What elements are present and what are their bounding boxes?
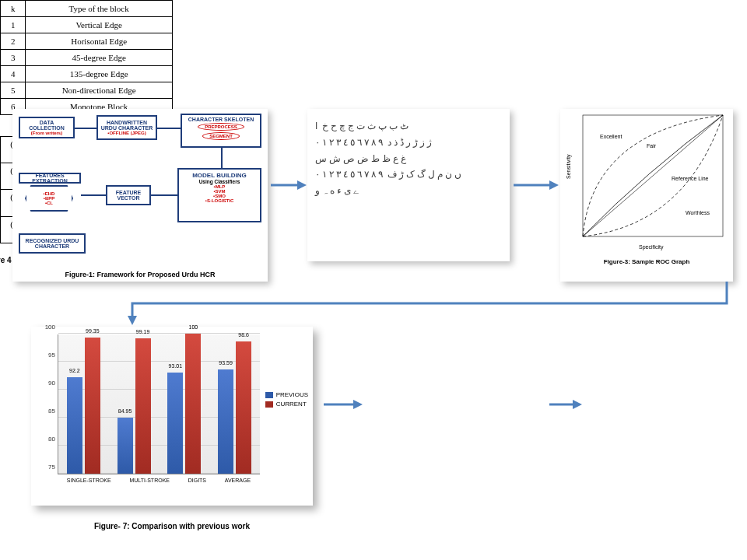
arrow-icon [221,148,223,168]
block-types-table: kType of the block 1Vertical Edge2Horiso… [0,0,173,115]
bar: 92.2 [67,377,82,474]
bar: 93.01 [167,373,183,474]
label: HANDWRITTEN URDU CHARACTER [100,120,154,131]
legend-prev: PREVIOUS [276,391,308,398]
chart-xtick: AVERAGE [225,478,251,483]
sublabel: Using Classifiers [199,179,240,184]
panel-bar-chart: 758085909510092.299.3584.9599.1993.01100… [31,327,313,506]
label: RECOGNIZED URDU CHARACTER [22,238,82,249]
roc-xlabel: Specificity [639,244,664,250]
cell-k: 3 [1,50,26,66]
bar-value-label: 93.59 [219,360,233,366]
arrow-icon [157,128,181,129]
chart-xtick: SINGLE-STROKE [67,478,111,483]
svg-marker-3 [297,180,307,190]
cell-type: Horisontal Edge [26,33,173,50]
box-recognized: RECOGNIZED URDU CHARACTER [19,233,86,254]
oval-preprocess: PREPROCESS [198,123,244,131]
hw-line: ٹ ب پ ث ت ج چ ح خ ا [315,120,502,133]
col-type: Type of the block [26,1,173,17]
chart-ytick: 80 [40,436,55,443]
connector-arrow-icon [128,280,735,327]
label: MODEL BUILDING [192,172,247,179]
svg-marker-8 [353,400,363,409]
bar-value-label: 93.01 [169,363,183,369]
label: DATA COLLECTION [22,120,72,131]
svg-marker-5 [549,180,559,190]
bar-value-label: 98.6 [238,332,249,338]
arrow-icon [81,194,106,196]
oval-segment: SEGMENT [202,132,240,140]
box-feature-vector: FEATURE VECTOR [106,185,151,205]
bar: 98.6 [236,341,251,474]
chart-ytick: 100 [40,324,55,331]
box-features-title: FEATURES EXTRACTION [19,173,81,184]
sublabel: (From writers) [31,131,62,135]
box-handwritten: HANDWRITTEN URDU CHARACTER •OFFLINE (JPE… [96,115,157,140]
bar: 84.95 [117,418,133,474]
chart-xlabels: SINGLE-STROKEMULTI-STROKEDIGITSAVERAGE [58,478,260,483]
bar: 93.59 [218,369,233,474]
connector-arrow-icon [322,397,363,412]
connector-arrow-icon [269,177,307,193]
bar: 99.35 [85,338,100,474]
bar-value-label: 99.35 [86,328,100,334]
chart-xtick: DIGITS [188,478,206,483]
label: FEATURE VECTOR [109,190,148,201]
label: CHARACTER SKELOTEN [188,117,254,122]
bar-value-label: 84.95 [118,408,132,414]
label: FEATURES EXTRACTION [22,173,78,184]
panel-handwriting: ٹ ب پ ث ت ج چ ح خ ا ژ ز ڑ ر ڈ ذ د ٩ ٨ ٧ … [307,109,510,261]
roc-label-worthless: Worthless [686,210,710,215]
box-model: MODEL BUILDING Using Classifiers •MLP •S… [177,168,261,222]
chart-ytick: 95 [40,352,55,359]
cell-type: Non-directional Edge [26,82,173,99]
flowchart-caption: Figure-1: Framework for Proposed Urdu HC… [12,271,268,278]
cell-type: 135-degree Edge [26,66,173,82]
roc-label-fair: Fair [647,143,657,149]
hw-line: ے ی ء ه ہ و [315,184,502,198]
arrow-icon [75,128,96,129]
cell-k: 1 [1,17,26,33]
bar-value-label: 100 [189,324,198,330]
panel-roc: Excellent Fair Reference Line Worthless … [560,109,733,282]
hw-line: ژ ز ڑ ر ڈ ذ د ٩ ٨ ٧ ٦ ٥ ٤ ٣ ٢ ١ ٠ [315,136,502,149]
bar: 99.19 [135,338,151,474]
connector-arrow-icon [548,397,582,412]
arrow-icon [151,194,177,196]
cell-k: 4 [1,66,26,82]
roc-label-excellent: Excellent [600,134,622,139]
box-skeleton: CHARACTER SKELOTEN PREPROCESS SEGMENT [181,114,261,148]
bullet: •CL [45,201,53,205]
cell-k: 2 [1,33,26,50]
hw-line: ں ن م ل گ ک ڑ ف ٩ ٨ ٧ ٦ ٥ ٤ ٣ ٢ ١ ٠ [315,168,502,181]
chart-plot-area: 758085909510092.299.3584.9599.1993.01100… [58,334,260,474]
hex-features: •EHD •BPP •CL [25,185,73,212]
cell-k: 5 [1,82,26,99]
roc-caption: Figure-3: Sample ROC Graph [560,255,733,270]
hw-line: غ ع ظ ط ض ص ش س [315,152,502,166]
sublabel: •OFFLINE (JPEG) [107,131,146,135]
bar-value-label: 99.19 [136,329,150,334]
col-k: k [1,1,26,17]
chart-caption: Figure- 7: Comparison with previous work [31,522,313,530]
bullet: •S-LOGISTIC [205,198,233,203]
chart-xtick: MULTI-STROKE [129,478,170,483]
connector-arrow-icon [512,177,559,193]
chart-ytick: 75 [40,464,55,471]
chart-ytick: 85 [40,408,55,415]
handwriting-lines: ٹ ب پ ث ت ج چ ح خ ا ژ ز ڑ ر ڈ ذ د ٩ ٨ ٧ … [307,109,510,208]
roc-plot: Excellent Fair Reference Line Worthless … [560,109,733,254]
legend-cur: CURRENT [276,401,307,408]
chart-ytick: 90 [40,380,55,387]
bar-value-label: 92.2 [69,368,80,373]
bar: 100 [185,334,201,474]
roc-label-reference: Reference Line [672,176,709,181]
svg-marker-6 [128,316,137,325]
svg-marker-10 [573,400,582,409]
roc-ylabel: Sensitivity [566,154,572,179]
chart-legend: PREVIOUS CURRENT [265,389,308,410]
box-data-collection: DATA COLLECTION (From writers) [19,117,75,138]
cell-type: 45-degree Edge [26,50,173,66]
panel-flowchart: DATA COLLECTION (From writers) HANDWRITT… [12,109,268,282]
